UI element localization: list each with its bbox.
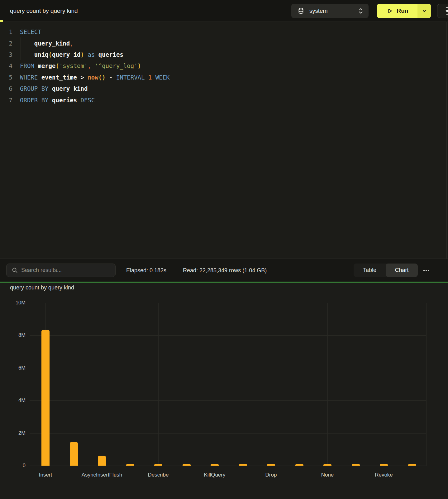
code-text: GROUP BY query_kind [20, 85, 88, 92]
database-icon [298, 7, 304, 14]
code-line[interactable]: 4FROM merge('system', '^query_log') [0, 60, 448, 71]
chart-bar[interactable] [352, 464, 360, 466]
x-gridline [327, 303, 328, 466]
chart-bar[interactable] [41, 330, 50, 466]
y-gridline [30, 400, 426, 401]
line-number: 3 [0, 51, 15, 58]
chart-panel: query count by query kind 02M4M6M8M10MIn… [0, 283, 448, 499]
x-gridline [271, 303, 271, 466]
x-axis-category-label: Drop [241, 472, 301, 478]
code-text: WHERE event_time > now() - INTERVAL 1 WE… [20, 74, 170, 81]
x-axis-category-label: KillQuery [185, 472, 244, 478]
y-gridline [30, 433, 426, 434]
code-text: query_kind, [20, 40, 74, 47]
chart-bar[interactable] [70, 442, 78, 466]
y-axis-tick-label: 10M [0, 300, 26, 306]
editor-accent-tick [0, 20, 3, 22]
line-number: 7 [0, 97, 15, 104]
y-axis-tick-label: 2M [0, 430, 26, 436]
x-axis-category-label: Insert [16, 472, 75, 478]
chart-bar[interactable] [154, 464, 162, 466]
chart-bar[interactable] [211, 464, 219, 466]
database-selector-value: system [309, 7, 328, 14]
sparkle-icon [443, 6, 448, 16]
chart-bar[interactable] [126, 464, 134, 466]
view-toggle: Table Chart [354, 264, 418, 277]
results-toolbar: Elapsed: 0.182s Read: 22,285,349 rows (1… [0, 259, 448, 282]
y-gridline [30, 335, 426, 336]
x-axis-category-label: AsyncInsertFlush [72, 472, 131, 478]
play-icon [386, 7, 393, 14]
chart-bar[interactable] [380, 464, 388, 466]
ellipsis-icon [423, 270, 425, 271]
run-button-main[interactable]: Run [377, 4, 417, 18]
chart-bar[interactable] [295, 464, 303, 466]
chart-bar[interactable] [408, 464, 416, 466]
line-number: 1 [0, 28, 15, 35]
chart-bar[interactable] [239, 464, 247, 466]
y-axis-tick-label: 0 [0, 463, 26, 468]
x-axis-category-label: Describe [129, 472, 188, 478]
editor-lines: 1SELECT2 query_kind,3 uniq(query_id) as … [0, 26, 448, 106]
line-number: 4 [0, 62, 15, 69]
run-button[interactable]: Run [377, 4, 431, 18]
code-line[interactable]: 6GROUP BY query_kind [0, 83, 448, 94]
chart-bar[interactable] [267, 464, 275, 466]
code-line[interactable]: 2 query_kind, [0, 37, 448, 49]
code-text: FROM merge('system', '^query_log') [20, 62, 141, 69]
y-gridline [30, 303, 426, 303]
bar-chart: 02M4M6M8M10MInsertAsyncInsertFlushDescri… [0, 283, 448, 499]
query-title: query count by query kind [10, 0, 78, 22]
code-line[interactable]: 7ORDER BY queries DESC [0, 94, 448, 105]
y-axis-tick-label: 8M [0, 332, 26, 338]
x-gridline [102, 303, 102, 466]
sql-editor[interactable]: 1SELECT2 query_kind,3 uniq(query_id) as … [0, 22, 448, 259]
select-chevrons-icon [358, 7, 364, 15]
x-axis-category-label: None [298, 472, 357, 478]
chevron-down-icon [422, 8, 427, 13]
tab-chart[interactable]: Chart [386, 264, 418, 277]
search-icon [12, 267, 18, 273]
run-button-label: Run [397, 7, 408, 14]
code-line[interactable]: 5WHERE event_time > now() - INTERVAL 1 W… [0, 72, 448, 83]
editor-scrollbar-track[interactable] [446, 22, 447, 259]
x-axis-category-label: Revoke [354, 472, 413, 478]
x-gridline [158, 303, 159, 466]
ai-assistant-button[interactable] [437, 4, 448, 18]
code-line[interactable]: 1SELECT [0, 26, 448, 37]
read-stat: Read: 22,285,349 rows (1.04 GB) [183, 259, 267, 282]
x-gridline [426, 303, 427, 466]
y-gridline [30, 368, 426, 368]
line-number: 5 [0, 74, 15, 81]
more-options-button[interactable] [421, 266, 431, 274]
code-text: ORDER BY queries DESC [20, 97, 95, 104]
database-selector[interactable]: system [291, 4, 369, 18]
tab-table[interactable]: Table [354, 264, 386, 277]
x-gridline [215, 303, 215, 466]
x-gridline [384, 303, 384, 466]
y-axis-tick-label: 6M [0, 365, 26, 371]
chart-bar[interactable] [98, 456, 106, 466]
elapsed-stat: Elapsed: 0.182s [126, 259, 166, 282]
code-text: SELECT [20, 28, 41, 35]
chart-bar[interactable] [183, 464, 191, 466]
sql-console-window: query count by query kind system [0, 0, 448, 499]
code-text: uniq(query_id) as queries [20, 51, 123, 58]
search-results-input[interactable] [21, 267, 112, 274]
y-axis-tick-label: 4M [0, 397, 26, 403]
line-number: 6 [0, 85, 15, 92]
indent-guide [21, 37, 21, 60]
top-toolbar: query count by query kind system [0, 0, 448, 22]
line-number: 2 [0, 40, 15, 47]
search-results-box[interactable] [6, 264, 116, 277]
run-options-button[interactable] [417, 4, 431, 18]
code-line[interactable]: 3 uniq(query_id) as queries [0, 49, 448, 60]
y-gridline [30, 466, 426, 466]
chart-bar[interactable] [323, 464, 331, 466]
